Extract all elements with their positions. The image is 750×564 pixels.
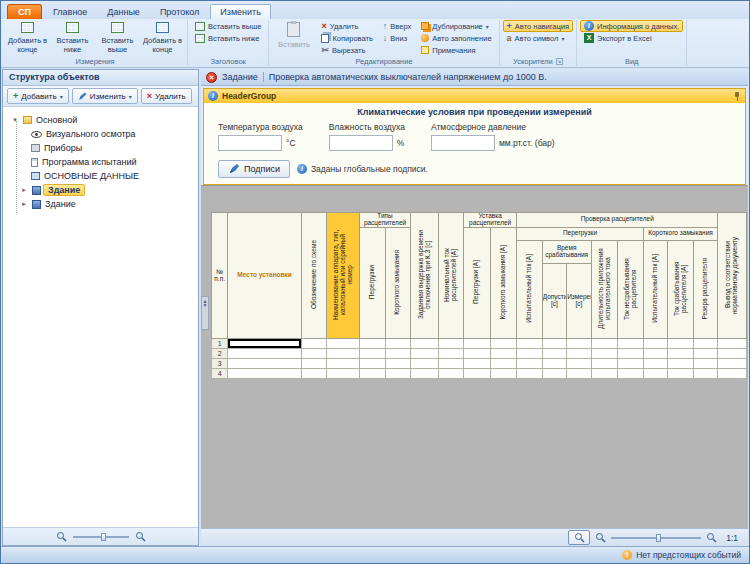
sidebar-zoom-slider[interactable]	[73, 536, 129, 538]
col-place[interactable]: Место установки	[228, 213, 302, 339]
tree-item-main-data[interactable]: ОСНОВНЫЕ ДАННЫЕ	[3, 169, 198, 183]
tab-glavnoe[interactable]: Главное	[44, 5, 96, 19]
app-menu-button[interactable]: СП	[7, 4, 42, 19]
group-editing: Вставить × Удалить Копировать ✂	[269, 20, 499, 66]
selected-cell[interactable]	[228, 339, 302, 349]
col-test-current[interactable]: Испытательный ток [А]	[517, 240, 543, 339]
zoom-out-icon[interactable]	[595, 532, 606, 543]
dialog-launcher-icon[interactable]: ↘	[556, 58, 563, 65]
auto-symbol-button[interactable]: a Авто символ ▾	[503, 32, 573, 44]
navigation-icon: +	[507, 21, 512, 31]
col-sc-reserve[interactable]: Резерв расцепителя	[693, 240, 718, 339]
expander-icon[interactable]: ▸	[20, 200, 28, 208]
row-number[interactable]: 3	[212, 359, 228, 369]
temperature-input[interactable]	[218, 135, 282, 151]
col-types-overload[interactable]: Перегрузки	[360, 227, 386, 339]
status-message[interactable]: Нет предстоящих событий	[636, 550, 741, 560]
col-conclusion[interactable]: Вывод о соответствии нормативному докуме…	[718, 213, 747, 339]
col-setting-overload[interactable]: Перегрузки [А]	[464, 227, 491, 339]
auto-navigation-toggle[interactable]: + Авто навигация	[503, 20, 573, 32]
autofill-button[interactable]: Авто заполнение	[417, 32, 495, 44]
humidity-input[interactable]	[329, 135, 393, 151]
col-trip-time-measured[interactable]: Измеренное [с]	[567, 264, 592, 339]
ribbon: СП Главное Данные Протокол Изменить Доба…	[1, 1, 749, 68]
tree-item-test-program[interactable]: Программа испытаний	[3, 155, 198, 169]
tree-item-zdanie-2[interactable]: ▸ Здание	[3, 197, 198, 211]
zoom-out-icon[interactable]	[56, 531, 67, 542]
row-number[interactable]: 4	[212, 369, 228, 379]
document-tab[interactable]: Задание	[222, 72, 258, 82]
col-group-check[interactable]: Проверка расцепителей	[517, 213, 718, 228]
application-window: СП Главное Данные Протокол Изменить Доба…	[0, 0, 750, 564]
col-delay[interactable]: Заданная выдержка времени отключения при…	[411, 213, 439, 339]
table-row: 3	[212, 359, 747, 369]
col-group-check-short[interactable]: Короткого замыкания	[643, 227, 718, 240]
status-bar: ! Нет предстоящих событий	[1, 546, 749, 563]
tree-edit-button[interactable]: Изменить ▾	[72, 88, 138, 104]
col-types-short[interactable]: Короткого замыкания	[385, 227, 411, 339]
tree-delete-button[interactable]: × Удалить	[141, 88, 192, 104]
worksheet-zoom-slider[interactable]	[611, 537, 701, 539]
sidebar-zoom-bar	[3, 527, 198, 545]
group-label-accelerators: Ускорители ↘	[503, 56, 573, 66]
tree-item-visual-inspection[interactable]: Визуального осмотра	[3, 127, 198, 141]
paste-button[interactable]: Вставить	[272, 20, 315, 51]
col-name[interactable]: Наименование аппарата, тип, каталожный и…	[327, 213, 360, 339]
expander-icon[interactable]: ▾	[11, 116, 19, 124]
col-trip-time-allowed[interactable]: Допустимое [с]	[542, 264, 567, 339]
header-group-titlebar[interactable]: i HeaderGroup	[204, 89, 745, 103]
slider-thumb[interactable]	[101, 533, 106, 541]
notes-button[interactable]: Примечания	[417, 44, 495, 56]
info-icon: i	[208, 91, 218, 101]
vertical-scrollbar[interactable]: ▲▼	[201, 296, 209, 330]
zoom-in-icon[interactable]	[706, 532, 717, 543]
col-num[interactable]: № п.п.	[212, 213, 228, 339]
data-info-toggle[interactable]: i Информация о данных.	[580, 20, 683, 32]
close-document-icon[interactable]: ×	[206, 72, 217, 83]
add-measurement-end-button[interactable]: Добавить в конце	[6, 20, 49, 56]
col-designation[interactable]: Обозначение по схеме	[301, 213, 327, 339]
copy-button[interactable]: Копировать	[317, 32, 376, 44]
col-group-setting[interactable]: Уставка расцепителей	[464, 213, 517, 228]
cut-button[interactable]: ✂ Вырезать	[317, 44, 376, 56]
col-group-check-overload[interactable]: Перегрузки	[517, 227, 644, 240]
move-down-button[interactable]: ↓ Вниз	[379, 32, 415, 44]
header-insert-below-button[interactable]: Вставить ниже	[191, 32, 265, 44]
signatures-button[interactable]: Подписи	[218, 160, 290, 178]
autofill-icon	[421, 34, 429, 42]
col-sc-trip-current[interactable]: Ток срабатывания расцепителя [А]	[668, 240, 694, 339]
tree-item-osnovnoy[interactable]: ▾ Основной	[3, 113, 198, 127]
pressure-input[interactable]	[431, 135, 495, 151]
tree-item-pribory[interactable]: Приборы	[3, 141, 198, 155]
climate-fields: Температура воздуха °С Влажность воздуха…	[218, 122, 735, 151]
zoom-in-icon[interactable]	[135, 531, 146, 542]
col-group-trip-time[interactable]: Время срабатывания	[542, 240, 591, 263]
header-insert-above-button[interactable]: Вставить выше	[191, 20, 265, 32]
insert-measurement-below-button[interactable]: Вставить ниже	[51, 20, 94, 56]
col-setting-short[interactable]: Короткого замыкания [А]	[490, 227, 517, 339]
zoom-tool-button[interactable]	[568, 530, 590, 545]
col-duration[interactable]: Длительность приложения испытательного т…	[591, 240, 618, 339]
tree-add-button[interactable]: + Добавить ▾	[7, 88, 69, 104]
folder-icon	[23, 116, 32, 124]
insert-measurement-above-button[interactable]: Вставить выше	[96, 20, 139, 56]
col-no-trip-current[interactable]: Ток несрабатывания расцепителя	[618, 240, 644, 339]
row-number[interactable]: 1	[212, 339, 228, 349]
col-nominal[interactable]: Номинальный ток расцепителей [А]	[438, 213, 464, 339]
col-group-types[interactable]: Типы расцепителей	[360, 213, 411, 228]
tab-dannye[interactable]: Данные	[98, 5, 149, 19]
col-sc-test-current[interactable]: Испытательный ток [А]	[643, 240, 668, 339]
export-excel-button[interactable]: X Экспорт в Excel	[580, 32, 683, 44]
tab-izmenit[interactable]: Изменить	[210, 4, 271, 19]
expander-icon[interactable]: ▸	[20, 186, 28, 194]
slider-thumb[interactable]	[656, 534, 661, 542]
duplicate-button[interactable]: Дублирование ▾	[417, 20, 495, 32]
group-label-header: Заголовок	[191, 56, 265, 66]
tree-item-zdanie-selected[interactable]: ▸ Здание	[3, 183, 198, 197]
delete-button[interactable]: × Удалить	[317, 20, 376, 32]
add-end-blue-button[interactable]: Добавить в конце	[141, 20, 184, 56]
tab-protokol[interactable]: Протокол	[151, 5, 208, 19]
pin-icon[interactable]	[732, 92, 741, 101]
row-number[interactable]: 2	[212, 349, 228, 359]
move-up-button[interactable]: ↑ Вверх	[379, 20, 415, 32]
